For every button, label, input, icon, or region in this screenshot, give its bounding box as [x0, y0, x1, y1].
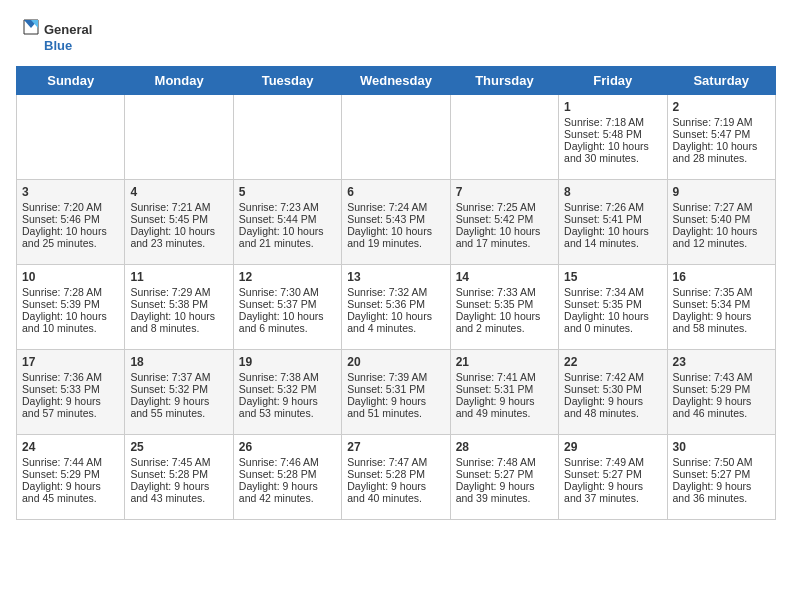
- day-info: Sunset: 5:31 PM: [456, 383, 553, 395]
- day-info: Sunrise: 7:39 AM: [347, 371, 444, 383]
- day-info: Daylight: 10 hours and 8 minutes.: [130, 310, 227, 334]
- day-number: 19: [239, 355, 336, 369]
- day-info: Daylight: 10 hours and 30 minutes.: [564, 140, 661, 164]
- calendar-cell: [233, 95, 341, 180]
- col-tuesday: Tuesday: [233, 67, 341, 95]
- day-info: Sunrise: 7:47 AM: [347, 456, 444, 468]
- day-info: Sunrise: 7:33 AM: [456, 286, 553, 298]
- day-number: 2: [673, 100, 770, 114]
- day-info: Daylight: 9 hours and 53 minutes.: [239, 395, 336, 419]
- day-info: Sunrise: 7:19 AM: [673, 116, 770, 128]
- calendar-cell: 15Sunrise: 7:34 AMSunset: 5:35 PMDayligh…: [559, 265, 667, 350]
- day-info: Daylight: 9 hours and 39 minutes.: [456, 480, 553, 504]
- calendar-cell: [17, 95, 125, 180]
- svg-text:General: General: [44, 22, 92, 37]
- calendar-table: Sunday Monday Tuesday Wednesday Thursday…: [16, 66, 776, 520]
- calendar-cell: 21Sunrise: 7:41 AMSunset: 5:31 PMDayligh…: [450, 350, 558, 435]
- calendar-cell: [342, 95, 450, 180]
- col-sunday: Sunday: [17, 67, 125, 95]
- day-info: Daylight: 10 hours and 25 minutes.: [22, 225, 119, 249]
- calendar-cell: 18Sunrise: 7:37 AMSunset: 5:32 PMDayligh…: [125, 350, 233, 435]
- col-saturday: Saturday: [667, 67, 775, 95]
- day-info: Sunrise: 7:43 AM: [673, 371, 770, 383]
- day-info: Daylight: 10 hours and 21 minutes.: [239, 225, 336, 249]
- day-info: Sunrise: 7:41 AM: [456, 371, 553, 383]
- day-info: Sunrise: 7:32 AM: [347, 286, 444, 298]
- day-info: Sunset: 5:45 PM: [130, 213, 227, 225]
- calendar-cell: 20Sunrise: 7:39 AMSunset: 5:31 PMDayligh…: [342, 350, 450, 435]
- day-info: Daylight: 10 hours and 14 minutes.: [564, 225, 661, 249]
- day-number: 14: [456, 270, 553, 284]
- day-number: 1: [564, 100, 661, 114]
- day-number: 13: [347, 270, 444, 284]
- day-info: Sunset: 5:37 PM: [239, 298, 336, 310]
- day-info: Daylight: 10 hours and 28 minutes.: [673, 140, 770, 164]
- calendar-cell: 28Sunrise: 7:48 AMSunset: 5:27 PMDayligh…: [450, 435, 558, 520]
- day-info: Sunrise: 7:30 AM: [239, 286, 336, 298]
- day-info: Sunset: 5:28 PM: [239, 468, 336, 480]
- day-number: 12: [239, 270, 336, 284]
- svg-text:Blue: Blue: [44, 38, 72, 53]
- day-info: Daylight: 9 hours and 37 minutes.: [564, 480, 661, 504]
- calendar-cell: 7Sunrise: 7:25 AMSunset: 5:42 PMDaylight…: [450, 180, 558, 265]
- day-info: Daylight: 9 hours and 57 minutes.: [22, 395, 119, 419]
- day-info: Sunrise: 7:29 AM: [130, 286, 227, 298]
- day-info: Sunset: 5:29 PM: [22, 468, 119, 480]
- day-info: Sunset: 5:44 PM: [239, 213, 336, 225]
- day-info: Sunrise: 7:45 AM: [130, 456, 227, 468]
- col-friday: Friday: [559, 67, 667, 95]
- day-info: Sunset: 5:28 PM: [130, 468, 227, 480]
- day-number: 28: [456, 440, 553, 454]
- calendar-cell: 12Sunrise: 7:30 AMSunset: 5:37 PMDayligh…: [233, 265, 341, 350]
- day-info: Daylight: 10 hours and 6 minutes.: [239, 310, 336, 334]
- day-number: 30: [673, 440, 770, 454]
- day-info: Sunset: 5:40 PM: [673, 213, 770, 225]
- day-number: 8: [564, 185, 661, 199]
- calendar-cell: 24Sunrise: 7:44 AMSunset: 5:29 PMDayligh…: [17, 435, 125, 520]
- calendar-cell: 5Sunrise: 7:23 AMSunset: 5:44 PMDaylight…: [233, 180, 341, 265]
- day-info: Daylight: 9 hours and 45 minutes.: [22, 480, 119, 504]
- day-info: Sunset: 5:29 PM: [673, 383, 770, 395]
- calendar-cell: 6Sunrise: 7:24 AMSunset: 5:43 PMDaylight…: [342, 180, 450, 265]
- day-info: Sunset: 5:27 PM: [564, 468, 661, 480]
- day-info: Daylight: 10 hours and 0 minutes.: [564, 310, 661, 334]
- day-number: 3: [22, 185, 119, 199]
- day-number: 5: [239, 185, 336, 199]
- day-info: Sunrise: 7:26 AM: [564, 201, 661, 213]
- calendar-cell: 8Sunrise: 7:26 AMSunset: 5:41 PMDaylight…: [559, 180, 667, 265]
- day-info: Sunset: 5:35 PM: [564, 298, 661, 310]
- calendar-week-row: 3Sunrise: 7:20 AMSunset: 5:46 PMDaylight…: [17, 180, 776, 265]
- calendar-week-row: 10Sunrise: 7:28 AMSunset: 5:39 PMDayligh…: [17, 265, 776, 350]
- day-number: 20: [347, 355, 444, 369]
- day-info: Sunrise: 7:23 AM: [239, 201, 336, 213]
- logo-svg: General Blue: [16, 16, 106, 58]
- day-info: Daylight: 10 hours and 23 minutes.: [130, 225, 227, 249]
- day-info: Sunrise: 7:18 AM: [564, 116, 661, 128]
- day-number: 27: [347, 440, 444, 454]
- calendar-cell: 26Sunrise: 7:46 AMSunset: 5:28 PMDayligh…: [233, 435, 341, 520]
- day-number: 17: [22, 355, 119, 369]
- calendar-week-row: 24Sunrise: 7:44 AMSunset: 5:29 PMDayligh…: [17, 435, 776, 520]
- day-info: Sunset: 5:32 PM: [239, 383, 336, 395]
- calendar-cell: 17Sunrise: 7:36 AMSunset: 5:33 PMDayligh…: [17, 350, 125, 435]
- day-number: 23: [673, 355, 770, 369]
- day-info: Daylight: 10 hours and 19 minutes.: [347, 225, 444, 249]
- day-number: 10: [22, 270, 119, 284]
- day-info: Daylight: 9 hours and 58 minutes.: [673, 310, 770, 334]
- calendar-cell: 10Sunrise: 7:28 AMSunset: 5:39 PMDayligh…: [17, 265, 125, 350]
- day-info: Sunrise: 7:28 AM: [22, 286, 119, 298]
- day-info: Daylight: 10 hours and 10 minutes.: [22, 310, 119, 334]
- col-thursday: Thursday: [450, 67, 558, 95]
- calendar-cell: [450, 95, 558, 180]
- day-info: Sunset: 5:27 PM: [456, 468, 553, 480]
- day-info: Sunset: 5:46 PM: [22, 213, 119, 225]
- day-info: Sunrise: 7:34 AM: [564, 286, 661, 298]
- page-header: General Blue: [16, 16, 776, 58]
- calendar-cell: 11Sunrise: 7:29 AMSunset: 5:38 PMDayligh…: [125, 265, 233, 350]
- header-row: Sunday Monday Tuesday Wednesday Thursday…: [17, 67, 776, 95]
- day-info: Sunset: 5:42 PM: [456, 213, 553, 225]
- day-number: 16: [673, 270, 770, 284]
- day-info: Daylight: 9 hours and 42 minutes.: [239, 480, 336, 504]
- calendar-cell: 2Sunrise: 7:19 AMSunset: 5:47 PMDaylight…: [667, 95, 775, 180]
- day-info: Sunset: 5:41 PM: [564, 213, 661, 225]
